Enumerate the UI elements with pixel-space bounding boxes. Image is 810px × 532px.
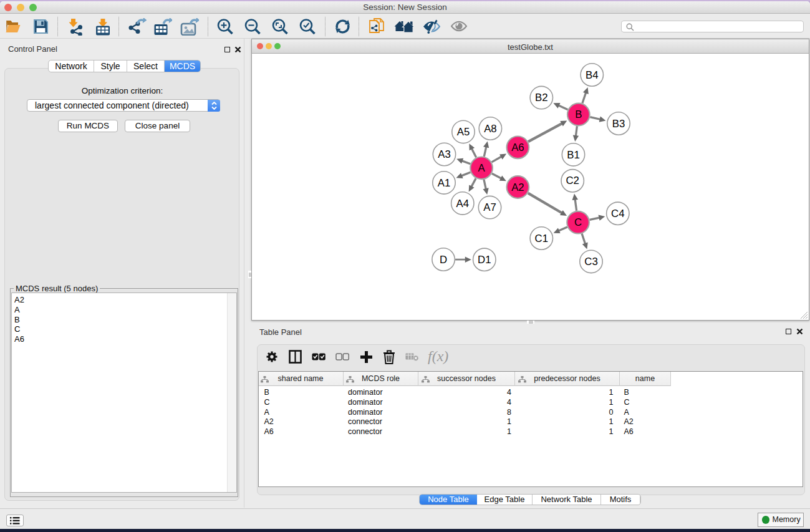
svg-text:A2: A2 (511, 181, 524, 193)
svg-text:A5: A5 (456, 126, 470, 138)
svg-text:A: A (478, 162, 485, 174)
svg-text:B4: B4 (586, 69, 599, 81)
svg-text:A7: A7 (483, 201, 496, 213)
svg-text:C3: C3 (584, 256, 597, 268)
svg-text:A1: A1 (437, 177, 450, 189)
svg-text:D1: D1 (478, 254, 491, 266)
svg-text:D: D (440, 254, 447, 266)
svg-text:A4: A4 (456, 198, 469, 210)
svg-text:C2: C2 (566, 175, 579, 186)
svg-text:C: C (574, 216, 582, 228)
svg-text:B3: B3 (612, 118, 625, 130)
svg-text:B1: B1 (567, 149, 580, 161)
svg-text:C4: C4 (611, 208, 624, 220)
svg-text:A3: A3 (438, 148, 451, 160)
svg-text:B2: B2 (535, 92, 548, 104)
svg-text:A8: A8 (484, 123, 497, 135)
svg-text:C1: C1 (534, 233, 547, 244)
svg-text:A6: A6 (511, 142, 524, 153)
svg-text:B: B (575, 109, 582, 120)
